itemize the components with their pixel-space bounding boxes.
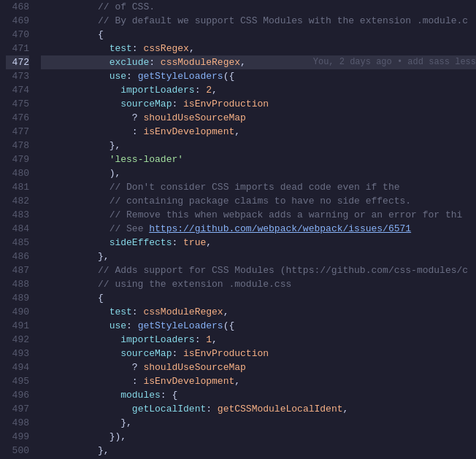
code-line-490: test: cssModuleRegex, bbox=[41, 305, 476, 319]
line-number-493: 493 bbox=[6, 347, 29, 360]
code-line-484: // See https://github.com/webpack/webpac… bbox=[41, 222, 476, 236]
line-number-497: 497 bbox=[6, 402, 29, 416]
line-numbers: 4684694704714724734744754764774784794804… bbox=[0, 0, 35, 459]
code-line-494: ? shouldUseSourceMap bbox=[41, 360, 476, 374]
code-line-489: { bbox=[41, 291, 476, 305]
line-number-472: 472 bbox=[6, 55, 29, 69]
code-line-478: }, bbox=[41, 139, 476, 153]
code-area[interactable]: // of CSS. // By default we support CSS … bbox=[35, 0, 476, 459]
line-number-490: 490 bbox=[6, 305, 29, 319]
code-line-479: 'less-loader' bbox=[41, 153, 476, 166]
code-line-497: getLocalIdent: getCSSModuleLocalIdent, bbox=[41, 402, 476, 416]
line-number-491: 491 bbox=[6, 319, 29, 333]
code-line-486: }, bbox=[41, 250, 476, 263]
line-number-484: 484 bbox=[6, 222, 29, 236]
line-number-496: 496 bbox=[6, 388, 29, 402]
line-number-489: 489 bbox=[6, 291, 29, 305]
line-number-495: 495 bbox=[6, 374, 29, 388]
line-number-481: 481 bbox=[6, 180, 29, 194]
code-line-470: { bbox=[41, 28, 476, 42]
line-number-488: 488 bbox=[6, 277, 29, 291]
code-line-487: // Adds support for CSS Modules (https:/… bbox=[41, 263, 476, 277]
line-number-480: 480 bbox=[6, 166, 29, 180]
code-editor: 4684694704714724734744754764774784794804… bbox=[0, 0, 476, 459]
line-number-485: 485 bbox=[6, 236, 29, 250]
code-line-473: use: getStyleLoaders({ bbox=[41, 69, 476, 83]
line-number-470: 470 bbox=[6, 28, 29, 42]
line-number-487: 487 bbox=[6, 263, 29, 277]
code-line-491: use: getStyleLoaders({ bbox=[41, 319, 476, 333]
code-line-493: sourceMap: isEnvProduction bbox=[41, 347, 476, 360]
code-line-477: : isEnvDevelopment, bbox=[41, 125, 476, 139]
line-number-471: 471 bbox=[6, 42, 29, 55]
line-number-473: 473 bbox=[6, 69, 29, 83]
code-line-471: test: cssRegex, bbox=[41, 42, 476, 55]
line-number-479: 479 bbox=[6, 153, 29, 166]
line-number-486: 486 bbox=[6, 250, 29, 263]
code-line-481: // Don't consider CSS imports dead code … bbox=[41, 180, 476, 194]
line-number-498: 498 bbox=[6, 416, 29, 430]
code-line-499: }), bbox=[41, 430, 476, 444]
code-line-475: sourceMap: isEnvProduction bbox=[41, 97, 476, 111]
line-number-483: 483 bbox=[6, 208, 29, 222]
code-line-469: // By default we support CSS Modules wit… bbox=[41, 14, 476, 28]
line-number-469: 469 bbox=[6, 14, 29, 28]
code-line-492: importLoaders: 1, bbox=[41, 333, 476, 347]
line-number-476: 476 bbox=[6, 111, 29, 125]
line-number-494: 494 bbox=[6, 360, 29, 374]
code-line-498: }, bbox=[41, 416, 476, 430]
code-line-485: sideEffects: true, bbox=[41, 236, 476, 250]
git-blame-472: You, 2 days ago • add sass less bbox=[313, 55, 476, 69]
line-number-500: 500 bbox=[6, 444, 29, 458]
line-number-477: 477 bbox=[6, 125, 29, 139]
code-line-496: modules: { bbox=[41, 388, 476, 402]
line-number-499: 499 bbox=[6, 430, 29, 444]
code-line-495: : isEnvDevelopment, bbox=[41, 374, 476, 388]
code-line-480: ), bbox=[41, 166, 476, 180]
code-line-488: // using the extension .module.css bbox=[41, 277, 476, 291]
line-number-474: 474 bbox=[6, 83, 29, 97]
code-line-500: }, bbox=[41, 444, 476, 458]
line-number-468: 468 bbox=[6, 0, 29, 14]
line-number-482: 482 bbox=[6, 194, 29, 208]
line-number-492: 492 bbox=[6, 333, 29, 347]
line-number-475: 475 bbox=[6, 97, 29, 111]
code-line-476: ? shouldUseSourceMap bbox=[41, 111, 476, 125]
code-line-483: // Remove this when webpack adds a warni… bbox=[41, 208, 476, 222]
code-line-468: // of CSS. bbox=[41, 0, 476, 14]
code-line-472: exclude: cssModuleRegex,You, 2 days ago … bbox=[41, 55, 476, 69]
line-number-478: 478 bbox=[6, 139, 29, 153]
code-line-482: // containing package claims to have no … bbox=[41, 194, 476, 208]
code-line-474: importLoaders: 2, bbox=[41, 83, 476, 97]
